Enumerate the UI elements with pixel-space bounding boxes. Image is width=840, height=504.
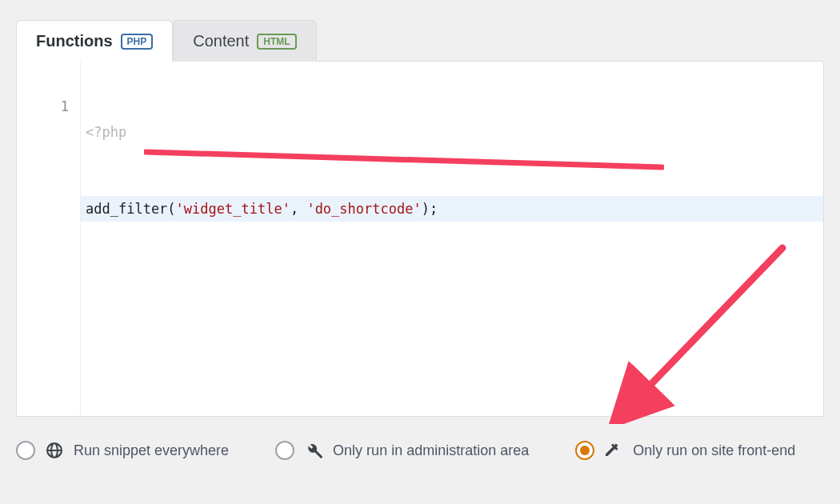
radio-everywhere[interactable] bbox=[16, 441, 35, 460]
code-line-1: add_filter('widget_title', 'do_shortcode… bbox=[81, 196, 823, 222]
radio-admin[interactable] bbox=[275, 441, 294, 460]
code-type-tabs: Functions PHP Content HTML bbox=[16, 19, 824, 61]
tab-content[interactable]: Content HTML bbox=[173, 20, 316, 62]
php-badge: PHP bbox=[121, 34, 154, 50]
radio-front-end[interactable] bbox=[575, 441, 594, 460]
tab-functions[interactable]: Functions PHP bbox=[16, 20, 173, 62]
hammer-icon bbox=[604, 441, 623, 460]
code-editor[interactable]: 1 <?php add_filter('widget_title', 'do_s… bbox=[16, 61, 824, 417]
line-number-1: 1 bbox=[17, 94, 69, 119]
option-front-end[interactable]: Only run on site front-end bbox=[575, 441, 795, 460]
tab-content-label: Content bbox=[193, 32, 249, 50]
editor-code-area[interactable]: <?php add_filter('widget_title', 'do_sho… bbox=[81, 62, 823, 416]
option-front-end-label: Only run on site front-end bbox=[633, 442, 795, 459]
option-admin[interactable]: Only run in administration area bbox=[275, 441, 529, 460]
run-scope-options: Run snippet everywhere Only run in admin… bbox=[16, 417, 824, 460]
option-everywhere[interactable]: Run snippet everywhere bbox=[16, 441, 229, 460]
option-admin-label: Only run in administration area bbox=[333, 442, 529, 459]
code-line-open-tag: <?php bbox=[81, 119, 823, 145]
option-everywhere-label: Run snippet everywhere bbox=[74, 442, 229, 459]
editor-gutter: 1 bbox=[17, 62, 81, 416]
html-badge: HTML bbox=[257, 34, 296, 50]
tab-functions-label: Functions bbox=[36, 32, 113, 50]
globe-icon bbox=[45, 441, 64, 460]
wrench-icon bbox=[304, 441, 323, 460]
